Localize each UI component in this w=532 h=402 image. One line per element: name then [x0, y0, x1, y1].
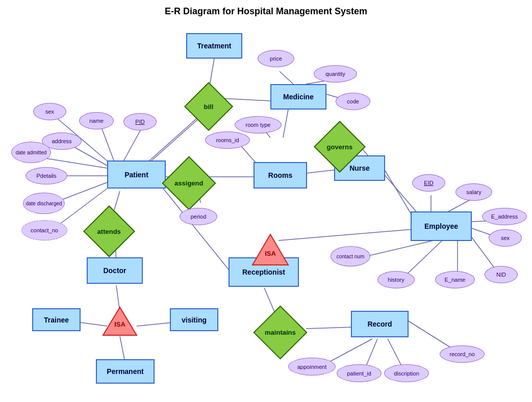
- attr-sex-patient: sex: [33, 103, 66, 120]
- attr-pdetails: Pdetails: [26, 167, 67, 184]
- svg-line-11: [122, 126, 143, 163]
- entity-medicine: Medicine: [270, 84, 326, 110]
- attr-contact-num: contact num: [331, 246, 370, 266]
- attr-date-admitted: date admitted: [11, 142, 51, 163]
- entity-treatment: Treatment: [186, 33, 242, 59]
- relationship-assigend: assigend: [162, 156, 216, 210]
- entity-permanent: Permanent: [96, 359, 155, 384]
- attr-date-discharged: date discharged: [23, 193, 65, 214]
- entity-rooms: Rooms: [254, 162, 307, 189]
- attr-appoinment: appoinment: [288, 358, 336, 376]
- attr-period: period: [180, 208, 217, 225]
- svg-line-42: [306, 327, 353, 329]
- isa-doctor-triangle: ISA: [101, 305, 139, 338]
- entity-visiting: visiting: [170, 308, 218, 331]
- svg-line-37: [120, 336, 125, 362]
- attr-e-name: E_name: [435, 271, 475, 288]
- svg-line-3: [280, 71, 293, 84]
- isa-employee-triangle: ISA: [250, 232, 291, 267]
- svg-line-13: [37, 157, 107, 168]
- svg-line-23: [385, 171, 414, 219]
- relationship-bill: bill: [184, 82, 233, 131]
- attr-code: code: [336, 93, 370, 110]
- attr-contact-no: contact_no: [21, 220, 67, 240]
- entity-employee: Employee: [411, 211, 472, 241]
- svg-text:ISA: ISA: [265, 250, 276, 257]
- attr-discription: discription: [384, 364, 429, 382]
- entity-doctor: Doctor: [87, 257, 143, 284]
- attr-pid: PID: [123, 113, 157, 130]
- attr-nid: NID: [485, 266, 518, 283]
- svg-text:ISA: ISA: [114, 320, 125, 328]
- diagram-title: E-R Diagram for Hospital Management Syst…: [165, 6, 367, 17]
- entity-patient: Patient: [107, 160, 166, 189]
- svg-line-39: [278, 229, 413, 240]
- attr-price: price: [258, 50, 294, 67]
- svg-line-10: [100, 125, 115, 163]
- entity-record: Record: [351, 311, 409, 337]
- attr-salary: salary: [455, 183, 492, 201]
- attr-room-type: room type: [235, 116, 282, 133]
- relationship-maintains: maintains: [253, 305, 307, 359]
- attr-rooms-id: rooms_id: [205, 131, 250, 149]
- attr-e-address: E_address: [482, 208, 527, 225]
- svg-line-33: [114, 191, 120, 210]
- svg-line-1: [221, 98, 270, 101]
- attr-sex-employee: sex: [489, 229, 522, 247]
- svg-line-36: [137, 323, 172, 326]
- attr-patient-id: patient_id: [337, 364, 382, 382]
- attr-history: history: [377, 271, 415, 288]
- attr-record-no: record_no: [440, 345, 485, 363]
- attr-name: name: [79, 112, 114, 129]
- attr-quantity: quantity: [314, 65, 357, 83]
- svg-line-20: [306, 170, 337, 173]
- svg-line-6: [283, 110, 288, 138]
- attr-eid: EID: [412, 174, 445, 192]
- entity-trainee: Trainee: [32, 308, 81, 331]
- er-diagram-canvas: E-R Diagram for Hospital Management Syst…: [0, 0, 532, 402]
- relationship-attends: attends: [83, 205, 135, 257]
